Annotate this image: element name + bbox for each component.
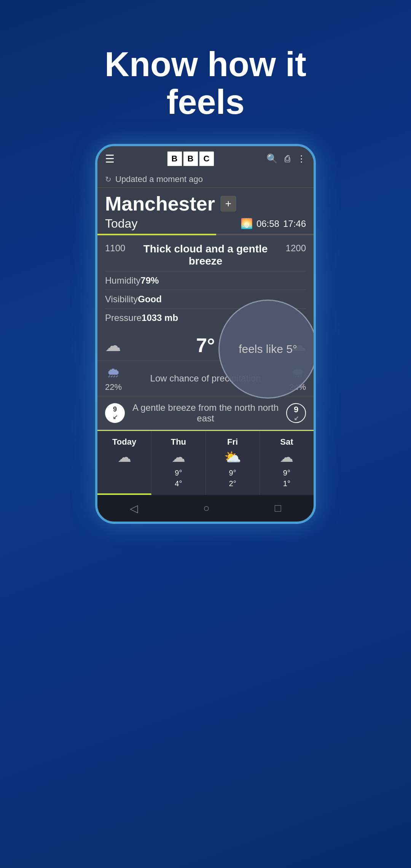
forecast-sat-icon: ☁ <box>280 449 293 465</box>
refresh-icon: ↻ <box>105 175 112 184</box>
sunrise-time: 06:58 <box>256 219 279 229</box>
phone-frame: ☰ B B C 🔍 ⎙ ⋮ ↻ Updated a moment ago Man… <box>95 144 316 524</box>
time-start: 1100 <box>105 243 125 254</box>
location-header: Manchester + Today 🌅 06:58 17:46 <box>97 188 314 234</box>
wind-description: A gentle breeze from the north north eas… <box>125 402 286 424</box>
pressure-label: Pressure <box>105 313 142 323</box>
home-button[interactable]: ○ <box>203 502 210 514</box>
location-row: Manchester + <box>105 192 306 215</box>
forecast-thu-icon: ☁ <box>172 449 185 465</box>
visibility-value: Good <box>138 294 162 305</box>
visibility-label: Visibility <box>105 294 138 305</box>
humidity-row: Humidity 79% <box>105 271 306 290</box>
forecast-today[interactable]: Today ☁ <box>97 431 151 495</box>
forecast-today-icon: ☁ <box>118 449 131 465</box>
forecast-thu-temps: 9°4° <box>175 468 182 489</box>
rain-icon-left: 🌧 <box>107 365 120 381</box>
hero-section: Know how it feels <box>0 0 411 144</box>
time-end: 1200 <box>286 243 306 254</box>
feels-like-text: feels like 5° <box>239 343 297 356</box>
sunrise-icon: 🌅 <box>241 218 253 230</box>
humidity-label: Humidity <box>105 275 140 286</box>
forecast-thu-label: Thu <box>171 437 186 447</box>
wind-badge-left: 9 ↙ <box>105 403 125 423</box>
update-text: Updated a moment ago <box>115 174 203 184</box>
bbc-logo: B B C <box>167 152 214 166</box>
forecast-fri-icon: ⛅ <box>224 449 241 465</box>
bottom-forecast: Today ☁ Thu ☁ 9°4° Fri ⛅ 9°2° Sat ☁ 9°1° <box>97 430 314 495</box>
menu-icon[interactable]: ☰ <box>105 153 115 165</box>
humidity-value: 79% <box>140 275 159 286</box>
location-name: Manchester <box>105 192 215 215</box>
forecast-thu[interactable]: Thu ☁ 9°4° <box>151 431 206 495</box>
sunset-time: 17:46 <box>283 219 306 229</box>
hero-title: Know how it feels <box>0 46 411 121</box>
forecast-sat-temps: 9°1° <box>283 468 290 489</box>
bottom-nav-bar: ◁ ○ □ <box>97 495 314 522</box>
bbc-box-b2: B <box>183 152 198 166</box>
forecast-fri-label: Fri <box>227 437 238 447</box>
feels-like-overlay: feels like 5° <box>218 300 316 399</box>
cloud-icon-left: ☁ <box>105 336 121 355</box>
bbc-box-b1: B <box>167 152 182 166</box>
nav-icons-group: 🔍 ⎙ ⋮ <box>266 153 306 164</box>
forecast-fri-temps: 9°2° <box>229 468 236 489</box>
nav-bar: ☰ B B C 🔍 ⎙ ⋮ <box>97 146 314 171</box>
today-label: Today <box>105 217 137 231</box>
progress-bar-container <box>97 234 314 235</box>
temperature-value: 7° <box>196 334 215 357</box>
time-slot-row: 1100 Thick cloud and a gentle breeze 120… <box>97 235 314 271</box>
progress-bar-fill <box>97 234 216 235</box>
add-location-button[interactable]: + <box>220 196 236 212</box>
wind-row: 9 ↙ A gentle breeze from the north north… <box>97 396 314 430</box>
wind-speed-right: 9 <box>294 405 298 415</box>
wind-badge-right: 9 ↙ <box>286 403 306 423</box>
sun-times: 🌅 06:58 17:46 <box>241 218 306 230</box>
share-icon[interactable]: ⎙ <box>285 153 290 164</box>
cloud-temp-row: ☁ 7° ☁ feels like 5° <box>97 330 314 361</box>
update-bar: ↻ Updated a moment ago <box>97 171 314 188</box>
wind-arrow-left: ↙ <box>113 413 118 421</box>
search-icon[interactable]: 🔍 <box>266 153 278 164</box>
pressure-value: 1033 mb <box>142 313 178 323</box>
recents-button[interactable]: □ <box>275 502 281 514</box>
back-button[interactable]: ◁ <box>130 502 138 515</box>
forecast-sat[interactable]: Sat ☁ 9°1° <box>260 431 314 495</box>
forecast-today-label: Today <box>112 437 136 447</box>
wind-arrow-right: ↙ <box>294 415 299 422</box>
forecast-fri[interactable]: Fri ⛅ 9°2° <box>206 431 260 495</box>
more-icon[interactable]: ⋮ <box>297 153 306 164</box>
precip-left: 🌧 22% <box>105 365 122 392</box>
precip-pct-left: 22% <box>105 382 122 392</box>
wind-speed-left: 9 <box>113 405 117 413</box>
date-row: Today 🌅 06:58 17:46 <box>105 217 306 231</box>
bbc-box-c: C <box>199 152 214 166</box>
weather-content: 1100 Thick cloud and a gentle breeze 120… <box>97 235 314 430</box>
weather-description: Thick cloud and a gentle breeze <box>125 243 285 267</box>
forecast-sat-label: Sat <box>280 437 293 447</box>
